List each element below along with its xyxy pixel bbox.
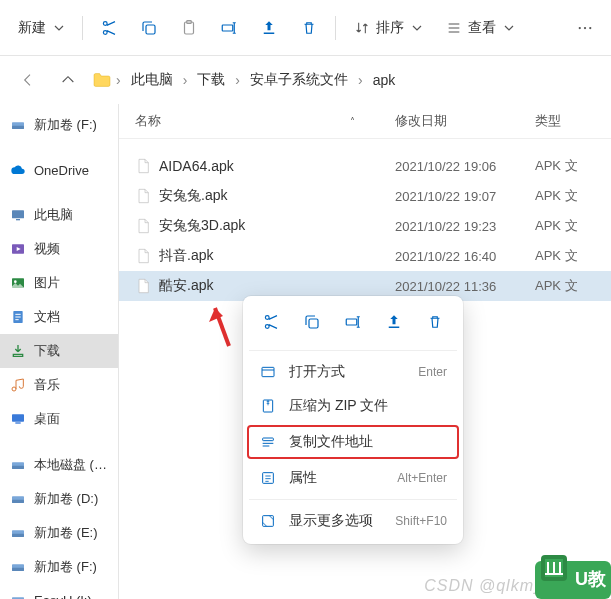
view-icon	[446, 20, 462, 36]
crumb[interactable]: 此电脑	[125, 67, 179, 93]
sidebar-item[interactable]: 视频	[0, 232, 118, 266]
zip-icon	[259, 397, 277, 415]
sidebar-item[interactable]: 桌面	[0, 402, 118, 436]
open-with-icon	[259, 363, 277, 381]
copy-icon[interactable]	[131, 10, 167, 46]
file-row[interactable]: 抖音.apk2021/10/22 16:40APK 文	[119, 241, 611, 271]
sidebar-item[interactable]: 图片	[0, 266, 118, 300]
drive-icon	[10, 457, 26, 473]
sidebar-item[interactable]: 此电脑	[0, 198, 118, 232]
file-name: 酷安.apk	[159, 277, 213, 295]
more-icon[interactable]	[567, 10, 603, 46]
watermark-badge: U教	[535, 555, 611, 599]
svg-rect-0	[146, 25, 155, 34]
svg-text:U教: U教	[575, 569, 607, 589]
sidebar-item[interactable]: OneDrive	[0, 154, 118, 186]
sidebar-item[interactable]: 本地磁盘 (C:)	[0, 448, 118, 482]
sidebar-item-label: EasyU (I:)	[34, 593, 92, 600]
sidebar-item-label: 文档	[34, 308, 60, 326]
sidebar-item[interactable]: 新加卷 (F:)	[0, 550, 118, 584]
separator	[82, 16, 83, 40]
cm-share-icon[interactable]	[378, 306, 410, 338]
cm-properties[interactable]: 属性 Alt+Enter	[249, 461, 457, 495]
cm-copy-path[interactable]: 复制文件地址	[247, 425, 459, 459]
new-button[interactable]: 新建	[8, 13, 74, 43]
sidebar: 新加卷 (F:)OneDrive此电脑视频图片文档下载音乐桌面本地磁盘 (C:)…	[0, 104, 119, 599]
cm-compress[interactable]: 压缩为 ZIP 文件	[249, 389, 457, 423]
cm-more-options[interactable]: 显示更多选项 Shift+F10	[249, 504, 457, 538]
file-icon	[135, 217, 151, 235]
crumb[interactable]: apk	[367, 68, 402, 92]
svg-point-13	[14, 280, 17, 283]
delete-icon[interactable]	[291, 10, 327, 46]
sidebar-item-label: 新加卷 (D:)	[34, 490, 98, 508]
file-type: APK 文	[535, 217, 595, 235]
file-row[interactable]: AIDA64.apk2021/10/22 19:06APK 文	[119, 151, 611, 181]
doc-icon	[10, 309, 26, 325]
svg-rect-22	[12, 534, 24, 537]
svg-rect-27	[309, 319, 318, 328]
file-name: 安兔兔3D.apk	[159, 217, 245, 235]
sidebar-item[interactable]: 新加卷 (D:)	[0, 482, 118, 516]
file-date: 2021/10/22 11:36	[395, 279, 535, 294]
file-icon	[135, 247, 151, 265]
cloud-icon	[10, 162, 26, 178]
music-icon	[10, 377, 26, 393]
sidebar-item[interactable]: 新加卷 (F:)	[0, 108, 118, 142]
rename-icon[interactable]	[211, 10, 247, 46]
sidebar-item-label: 图片	[34, 274, 60, 292]
cm-copy-icon[interactable]	[296, 306, 328, 338]
crumb[interactable]: 安卓子系统文件	[244, 67, 354, 93]
svg-rect-20	[12, 500, 24, 503]
svg-rect-8	[12, 126, 24, 129]
drive-icon	[10, 491, 26, 507]
view-button[interactable]: 查看	[436, 13, 524, 43]
sidebar-item-label: OneDrive	[34, 163, 89, 178]
sidebar-item[interactable]: 文档	[0, 300, 118, 334]
sidebar-item[interactable]: EasyU (I:)	[0, 584, 118, 599]
svg-rect-31	[263, 438, 274, 441]
svg-point-4	[579, 26, 581, 28]
svg-rect-24	[12, 568, 24, 571]
file-icon	[135, 157, 151, 175]
file-type: APK 文	[535, 157, 595, 175]
sidebar-item-label: 此电脑	[34, 206, 73, 224]
crumb[interactable]: 下载	[191, 67, 231, 93]
sort-caret-icon: ˄	[350, 116, 355, 127]
toolbar: 新建 排序 查看	[0, 0, 611, 56]
cm-rename-icon[interactable]	[337, 306, 369, 338]
sidebar-item[interactable]: 音乐	[0, 368, 118, 402]
file-name: 安兔兔.apk	[159, 187, 227, 205]
file-row[interactable]: 安兔兔3D.apk2021/10/22 19:23APK 文	[119, 211, 611, 241]
col-name-header[interactable]: 名称 ˄	[135, 112, 395, 130]
paste-icon[interactable]	[171, 10, 207, 46]
chevron-down-icon	[412, 23, 422, 33]
drive-icon	[10, 117, 26, 133]
file-type: APK 文	[535, 187, 595, 205]
col-date-header[interactable]: 修改日期	[395, 112, 535, 130]
file-row[interactable]: 安兔兔.apk2021/10/22 19:07APK 文	[119, 181, 611, 211]
cm-cut-icon[interactable]	[255, 306, 287, 338]
file-date: 2021/10/22 16:40	[395, 249, 535, 264]
cut-icon[interactable]	[91, 10, 127, 46]
up-button[interactable]	[52, 64, 84, 96]
cm-open-with[interactable]: 打开方式 Enter	[249, 355, 457, 389]
sort-button[interactable]: 排序	[344, 13, 432, 43]
file-type: APK 文	[535, 277, 595, 295]
sidebar-item-label: 下载	[34, 342, 60, 360]
back-button[interactable]	[12, 64, 44, 96]
drive-icon	[10, 592, 26, 599]
cm-delete-icon[interactable]	[419, 306, 451, 338]
sidebar-item-label: 桌面	[34, 410, 60, 428]
sidebar-item[interactable]: 下载	[0, 334, 118, 368]
svg-rect-10	[16, 219, 20, 220]
sidebar-item[interactable]: 新加卷 (E:)	[0, 516, 118, 550]
file-date: 2021/10/22 19:07	[395, 189, 535, 204]
share-icon[interactable]	[251, 10, 287, 46]
download-icon	[10, 343, 26, 359]
file-list: AIDA64.apk2021/10/22 19:06APK 文安兔兔.apk20…	[119, 139, 611, 301]
file-icon	[135, 277, 151, 295]
col-type-header[interactable]: 类型	[535, 112, 595, 130]
image-icon	[10, 275, 26, 291]
svg-rect-16	[15, 422, 20, 423]
